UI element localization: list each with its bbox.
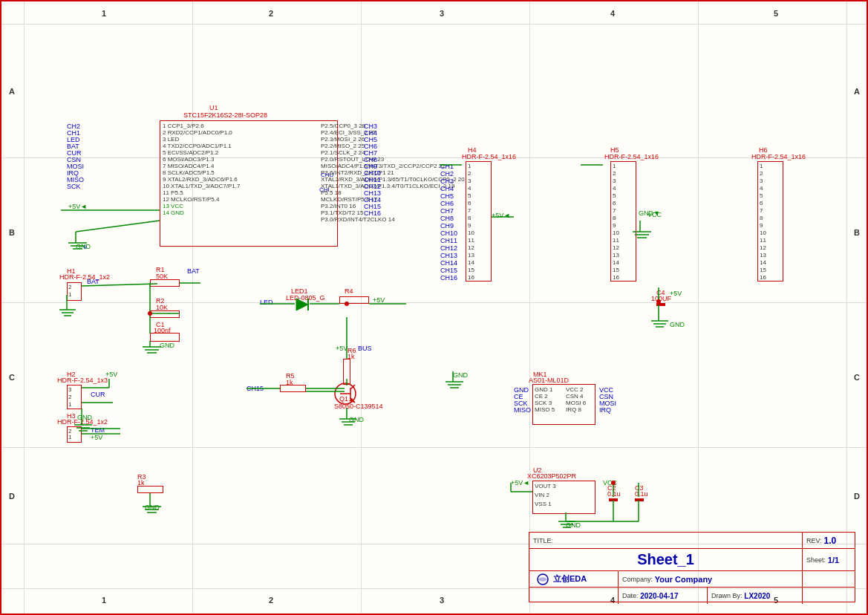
row-label-b-r: B (854, 228, 860, 237)
u1-pin4: 4 TXD2/CCP0/ADC1/P1.1 (163, 143, 232, 149)
u2-vout: VOUT 3 (535, 483, 556, 489)
company-cell: Company: Your Company (619, 571, 803, 587)
drawn-cell: Drawn By: LX2020 (708, 588, 803, 604)
h2-5v: +5V (105, 371, 117, 378)
h4-ch8: CH8 (440, 215, 454, 222)
q1-gnd: GND (349, 416, 364, 423)
h3-5v: +5V (91, 434, 102, 441)
r5-body (280, 385, 306, 392)
h6-p16: 16 (760, 274, 766, 281)
r3-body (137, 486, 163, 493)
u1-val-label: STC15F2K16S2-28I-SOP28 (183, 111, 267, 119)
c2-body (609, 498, 618, 501)
c4-5v: +5V (670, 290, 682, 297)
grid-h-top (1, 24, 867, 25)
u1-pin9: 9 XTAL2/RXD_3/ADC6/P1.6 (163, 176, 238, 183)
sheet-cell: Sheet: 1/1 (803, 549, 855, 570)
h5-p11: 11 (613, 237, 619, 244)
title-block: TITLE: REV: 1.0 Sheet_1 Sheet: 1/1 (529, 532, 855, 602)
h2-p1: 1 (68, 401, 71, 408)
h4-p5: 5 (468, 192, 471, 199)
c3-body (635, 498, 644, 501)
u1-pin14-gnd: 14 GND (163, 209, 184, 216)
grid-h-b (1, 302, 867, 303)
h5-p14: 14 (613, 259, 619, 266)
c1-body (150, 333, 180, 342)
h5-p16: 16 (613, 274, 619, 281)
c4-body (656, 303, 665, 306)
h2-val: HDR-F-2.54_1x3 (57, 377, 108, 384)
u1-ref-label: U1 (209, 104, 218, 111)
h6-p13: 13 (760, 252, 766, 258)
u1-pin22: MISO/ADC4/P1.6/INT3/TXD_2/CCP2/CCP2 22 (321, 163, 446, 169)
mk1-p5: VCC 2 (566, 386, 584, 393)
h4-p3: 3 (468, 178, 471, 184)
date-cell: Date: 2020-04-17 (619, 588, 708, 604)
h6-p12: 12 (760, 244, 766, 251)
u2-vss: VSS 1 (535, 501, 552, 507)
u1-pin6: 6 MOSI/ADC3/P1.3 (163, 156, 214, 163)
logo-text: 立创EDA (553, 573, 587, 585)
h5-p4: 4 (613, 185, 616, 192)
drawn-label: Drawn By: (711, 592, 743, 599)
rev-label: REV: (806, 537, 822, 544)
u1-pin1: 1 CCP1_3/P2.6 (163, 123, 204, 129)
h6-p15: 15 (760, 267, 766, 273)
col-label-1b: 1 (102, 596, 106, 605)
r4-body (339, 296, 369, 304)
h5-val: HDR-F-2.54_1x16 (604, 153, 659, 160)
h4-p13: 13 (468, 252, 474, 258)
h4-ch11: CH11 (440, 237, 457, 244)
h4-ch16: CH16 (440, 274, 457, 282)
u1-pin5: 5 ECI/SS/ADC2/P1.2 (163, 149, 218, 156)
h4-p11: 11 (468, 237, 474, 244)
logo-cell: 立创EDA (529, 571, 619, 587)
col-label-5: 5 (774, 9, 778, 18)
h1-bat-net: BAT (87, 278, 99, 285)
h4-ch15: CH15 (440, 267, 457, 274)
grid-v-3 (529, 1, 530, 614)
svg-marker-0 (296, 299, 308, 310)
u2-gnd: GND (566, 521, 581, 529)
row-label-a-r: A (854, 87, 860, 96)
grid-h-a (1, 157, 867, 158)
h6-p11: 11 (760, 237, 766, 244)
u1-pin10: 10 XTAL1/TXD_3/ADC7/P1.7 (163, 183, 240, 189)
row-label-d-r: D (854, 492, 860, 501)
h4-p14: 14 (468, 259, 474, 266)
eda-logo-icon (535, 573, 550, 585)
h5-p2: 2 (613, 170, 616, 177)
h6-p14: 14 (760, 259, 766, 266)
h4-5v: +5V◄ (492, 212, 510, 219)
h6-p1: 1 (760, 163, 763, 169)
h4-p1: 1 (468, 163, 471, 169)
drawn-value: LX2020 (744, 592, 770, 600)
grid-v-1 (192, 1, 193, 614)
h4-ch4: CH4 (440, 185, 454, 192)
h6-p8: 8 (760, 215, 763, 221)
h5-p15: 15 (613, 267, 619, 273)
schematic-container: 1 2 3 4 5 1 2 3 4 5 A B C D A B C D U1 S… (0, 0, 868, 615)
u1-pin13-vcc: 13 VCC (163, 203, 183, 209)
mk1-val: AS01-ML01D (529, 377, 569, 384)
h3-val: HDR-F-2.54_1x2 (57, 418, 108, 426)
u1-pin26: P2.3/MOSI_2 26 (321, 136, 365, 143)
h5-p13: 13 (613, 252, 619, 258)
date-label: Date: (622, 592, 639, 599)
mk1-p4: MISO 5 (535, 406, 555, 413)
h4-ch1: CH1 (440, 163, 454, 170)
chi-label: CHI (319, 186, 330, 193)
mk1-irq2: IRQ (599, 406, 611, 414)
company-value: Your Company (655, 575, 712, 584)
h4-p10: 10 (468, 230, 474, 236)
col-label-3: 3 (440, 9, 444, 18)
h4-ch14: CH14 (440, 259, 457, 267)
h4-p9: 9 (468, 222, 471, 229)
mk1-p3: SCK 3 (535, 400, 552, 406)
grid-v-4 (698, 1, 699, 614)
h5-p3: 3 (613, 178, 616, 184)
h6-p9: 9 (760, 222, 763, 229)
r6-5v: +5V (336, 345, 347, 352)
grid-v-2 (361, 1, 362, 614)
sheet-cell2 (803, 571, 855, 587)
